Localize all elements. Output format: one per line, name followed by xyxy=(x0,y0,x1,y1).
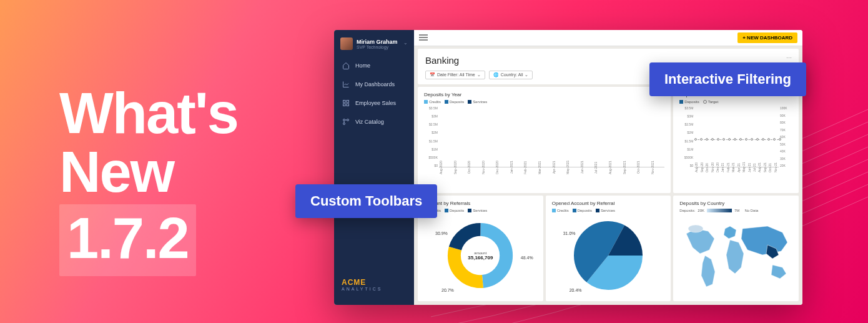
sidebar: Miriam Graham SVP Technology ⌄ Home My D… xyxy=(334,30,414,305)
hero-heading: What's New 1.7.2 xyxy=(59,84,238,276)
new-dashboard-button[interactable]: + NEW DASHBOARD xyxy=(737,32,797,43)
donut-center: amount 35,166,709 xyxy=(468,251,493,261)
version-badge: 1.7.2 xyxy=(59,204,196,276)
map-legend: Deposits: 20K 7M No Data xyxy=(679,209,792,212)
chart-legend: Credits Deposits Services xyxy=(424,209,537,212)
svg-point-6 xyxy=(343,123,345,125)
sidebar-item-label: Home xyxy=(355,62,370,69)
sidebar-item-home[interactable]: Home xyxy=(334,56,414,75)
stacked-bar-chart: $0$500K$1M$1.5M$2M$2.5M$3M$3.5M Aug-2020… xyxy=(439,106,664,175)
date-filter[interactable]: 📅 Date Filter: All Time ⌄ xyxy=(425,71,485,79)
pie-chart: 31.0% 20.4% xyxy=(552,215,665,296)
topbar: + NEW DASHBOARD xyxy=(414,30,802,46)
card-deposits-by-year: Deposits by Year Credits Deposits Servic… xyxy=(418,87,671,193)
chart-legend: Deposits Target xyxy=(679,100,792,104)
chevron-down-icon: ⌄ xyxy=(477,72,481,77)
svg-point-5 xyxy=(347,119,349,121)
sidebar-item-label: Viz Catalog xyxy=(355,119,384,125)
calendar-icon: 📅 xyxy=(430,72,435,77)
user-role: SVP Technology xyxy=(357,45,398,49)
brand-logo: ACME ANALYTICS xyxy=(334,271,414,299)
avatar xyxy=(340,37,353,50)
country-filter[interactable]: 🌐 Country: All ⌄ xyxy=(489,71,533,79)
svg-point-4 xyxy=(343,119,345,121)
callout-interactive-filtering: Interactive Filtering xyxy=(649,62,806,96)
card-title: Deposits by Year xyxy=(424,92,664,97)
gradient-icon xyxy=(707,209,732,212)
hero-line2: New xyxy=(59,140,174,204)
more-icon[interactable]: ⋯ xyxy=(786,55,792,61)
card-opened-by-referral: Opened Account by Referral Credits Depos… xyxy=(546,196,671,301)
home-icon xyxy=(342,61,350,70)
brand-sub: ANALYTICS xyxy=(342,287,407,291)
bar-chart-with-target: $0$500K$1M$1.5M$2M$2.5M$3M$3.5M 20K30K40… xyxy=(694,106,779,175)
chevron-down-icon: ⌄ xyxy=(403,40,408,46)
sidebar-item-dashboards[interactable]: My Dashboards xyxy=(334,75,414,94)
callout-custom-toolbars: Custom Toolbars xyxy=(295,184,437,218)
sidebar-item-label: Employee Sales xyxy=(355,100,396,106)
svg-rect-3 xyxy=(347,104,349,106)
world-map xyxy=(679,215,792,296)
filter-label: Country: All xyxy=(501,72,523,77)
hero-line1: What's xyxy=(59,81,238,145)
brand-name: ACME xyxy=(342,278,407,287)
globe-icon: 🌐 xyxy=(493,72,499,77)
sidebar-item-label: My Dashboards xyxy=(355,81,395,87)
svg-rect-2 xyxy=(343,104,346,106)
sidebar-item-employee-sales[interactable]: Employee Sales xyxy=(334,94,414,112)
user-menu[interactable]: Miriam Graham SVP Technology ⌄ xyxy=(334,36,414,56)
card-title: Opened Account by Referral xyxy=(552,201,665,206)
card-deposits-vs-goal: Deposits vs. Goal Deposits Target $0$500… xyxy=(673,87,799,193)
svg-point-13 xyxy=(688,225,703,232)
chart-legend: Credits Deposits Services xyxy=(552,209,665,212)
chevron-down-icon: ⌄ xyxy=(525,72,528,77)
donut-chart: amount 35,166,709 48.4% 30.9% 20.7% xyxy=(424,215,537,296)
card-title: Account by Referrals xyxy=(424,201,537,206)
sidebar-item-viz-catalog[interactable]: Viz Catalog xyxy=(334,112,414,131)
chart-icon xyxy=(342,80,350,89)
filter-label: Date Filter: All Time xyxy=(437,72,475,77)
svg-rect-1 xyxy=(347,101,349,103)
catalog-icon xyxy=(342,117,350,126)
dashboard-grid: Deposits by Year Credits Deposits Servic… xyxy=(414,84,802,305)
svg-rect-0 xyxy=(343,101,346,103)
hamburger-icon[interactable] xyxy=(419,34,428,41)
grid-icon xyxy=(342,99,350,107)
user-name: Miriam Graham xyxy=(357,39,398,45)
card-title: Deposits by Country xyxy=(679,201,792,206)
chart-legend: Credits Deposits Services xyxy=(424,100,664,104)
card-deposits-by-country: Deposits by Country Deposits: 20K 7M No … xyxy=(673,196,799,301)
